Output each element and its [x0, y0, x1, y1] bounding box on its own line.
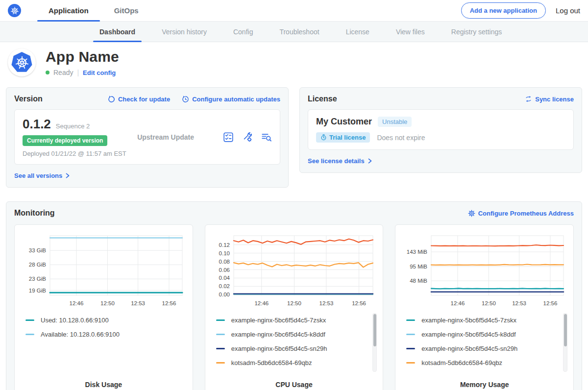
tab-view-files[interactable]: View files: [383, 22, 438, 42]
legend-dash-icon: [25, 319, 34, 321]
config-wrench-icon[interactable]: [242, 132, 253, 143]
configure-prometheus-label: Configure Prometheus Address: [478, 210, 574, 217]
legend-dash-icon: [406, 319, 415, 321]
configure-automatic-updates-label: Configure automatic updates: [192, 96, 280, 103]
customer-name: My Customer: [316, 117, 372, 127]
legend-dash-icon: [25, 334, 34, 335]
cpu-usage-chart: 0.120.100.080.060.040.020.0012:4612:5012…: [210, 232, 378, 309]
svg-text:12:56: 12:56: [162, 300, 176, 306]
legend-item: example-nginx-5bc6f5d4c5-k8ddf: [406, 327, 568, 341]
legend-item: example-nginx-5bc6f5d4c5-k8ddf: [216, 327, 378, 341]
configure-automatic-updates-link[interactable]: Configure automatic updates: [182, 96, 280, 103]
legend-label: example-nginx-5bc6f5d4c5-7zskx: [421, 317, 516, 324]
legend-dash-icon: [216, 348, 225, 349]
svg-text:0.12: 0.12: [219, 242, 230, 248]
legend-dash-icon: [406, 348, 415, 349]
license-card-title: License: [308, 95, 337, 103]
legend-scrollbar-track[interactable]: [372, 313, 377, 372]
svg-text:0.06: 0.06: [219, 267, 230, 273]
tab-label: License: [346, 28, 369, 36]
svg-text:12:56: 12:56: [352, 300, 366, 306]
legend-item: example-nginx-5bc6f5d4c5-7zskx: [216, 313, 378, 327]
legend-label: example-nginx-5bc6f5d4c5-sn29h: [231, 345, 327, 352]
chevron-right-icon: [368, 158, 372, 164]
check-for-update-link[interactable]: Check for update: [108, 96, 170, 103]
version-card-title: Version: [14, 95, 43, 103]
tab-license[interactable]: License: [333, 22, 383, 42]
legend-label: example-nginx-5bc6f5d4c5-k8ddf: [421, 331, 515, 338]
tab-config[interactable]: Config: [220, 22, 266, 42]
monitoring-title: Monitoring: [14, 209, 55, 218]
divider: |: [77, 69, 79, 76]
legend-item: kotsadm-5db6dc6584-69qbz: [406, 356, 568, 370]
legend-scrollbar-thumb[interactable]: [564, 314, 567, 346]
license-card: License Sync license My Customer Unstabl…: [299, 87, 582, 173]
topnav-tab-label: GitOps: [114, 6, 139, 15]
line-chart-svg: 143 MiB95 MiB48 MiB12:4612:5012:5312:56: [403, 232, 566, 309]
see-license-details-label: See license details: [308, 157, 365, 165]
license-expiry: Does not expire: [377, 134, 425, 142]
legend-scrollbar-thumb[interactable]: [373, 314, 376, 346]
svg-text:95 MiB: 95 MiB: [410, 264, 427, 269]
legend-label: Used: 10.128.0.66:9100: [41, 317, 109, 324]
tab-label: Dashboard: [99, 28, 135, 36]
see-all-versions-label: See all versions: [14, 172, 62, 179]
svg-text:0.10: 0.10: [219, 250, 230, 256]
sync-icon: [525, 96, 532, 102]
edit-config-link[interactable]: Edit config: [83, 69, 116, 76]
chart-title: Memory Usage: [400, 381, 568, 389]
sync-license-label: Sync license: [535, 96, 574, 103]
legend-label: Available: 10.128.0.66:9100: [41, 331, 120, 338]
add-application-button[interactable]: Add a new application: [461, 2, 546, 19]
legend-scrollbar-track[interactable]: [563, 313, 567, 372]
update-type-label: Upstream Update: [137, 133, 223, 141]
license-type-label: Trial license: [329, 134, 366, 141]
tab-label: Version history: [162, 28, 207, 36]
tab-label: Config: [233, 28, 253, 36]
see-license-details-link[interactable]: See license details: [308, 157, 372, 165]
chart-panel-memory-usage: 143 MiB95 MiB48 MiB12:4612:5012:5312:56 …: [395, 224, 574, 390]
version-card: Version Check for update: [6, 87, 289, 188]
kubernetes-heptagon-icon: [11, 51, 33, 73]
svg-text:12:50: 12:50: [482, 300, 496, 306]
legend-label: example-nginx-5bc6f5d4c5-k8ddf: [231, 331, 325, 338]
tab-registry-settings[interactable]: Registry settings: [438, 22, 515, 42]
chevron-right-icon: [65, 172, 70, 179]
logout-button[interactable]: Log out: [556, 6, 580, 15]
legend-label: kotsadm-5db6dc6584-69qbz: [421, 359, 502, 366]
current-version-panel: 0.1.2 Sequence 2 Currently deployed vers…: [14, 109, 280, 165]
tab-troubleshoot[interactable]: Troubleshoot: [266, 22, 332, 42]
topnav-tab-label: Application: [49, 6, 89, 15]
license-type-badge: Trial license: [316, 132, 370, 143]
legend-item: example-nginx-5bc6f5d4c5-sn29h: [406, 341, 568, 356]
svg-text:0.00: 0.00: [219, 292, 230, 297]
svg-text:0.04: 0.04: [219, 275, 230, 281]
chart-panel-cpu-usage: 0.120.100.080.060.040.020.0012:4612:5012…: [205, 224, 384, 390]
chart-legend: example-nginx-5bc6f5d4c5-7zskxexample-ng…: [210, 313, 378, 375]
topnav-tab-application[interactable]: Application: [36, 0, 101, 21]
chart-legend: example-nginx-5bc6f5d4c5-7zskxexample-ng…: [400, 313, 568, 375]
check-for-update-label: Check for update: [118, 96, 170, 103]
legend-label: example-nginx-5bc6f5d4c5-sn29h: [421, 345, 517, 352]
app-logo[interactable]: [8, 0, 21, 21]
legend-dash-icon: [406, 362, 415, 364]
svg-text:12:56: 12:56: [543, 300, 557, 306]
app-header: App Name Ready | Edit config: [0, 42, 588, 82]
legend-dash-icon: [216, 319, 225, 321]
configure-prometheus-link[interactable]: Configure Prometheus Address: [468, 210, 574, 217]
chart-legend: Used: 10.128.0.66:9100Available: 10.128.…: [20, 313, 188, 375]
topnav-tab-gitops[interactable]: GitOps: [101, 0, 151, 21]
legend-item: example-nginx-5bc6f5d4c5-7zskx: [406, 313, 568, 327]
diff-logs-search-icon[interactable]: [261, 132, 272, 143]
memory-usage-chart: 143 MiB95 MiB48 MiB12:4612:5012:5312:56: [400, 232, 568, 309]
preflight-checks-icon[interactable]: [223, 132, 234, 143]
legend-item: Available: 10.128.0.66:9100: [25, 327, 188, 341]
svg-text:19 GiB: 19 GiB: [29, 288, 46, 293]
legend-item: Used: 10.128.0.66:9100: [25, 313, 188, 327]
svg-text:12:53: 12:53: [131, 300, 146, 306]
sync-license-link[interactable]: Sync license: [525, 96, 574, 103]
tab-dashboard[interactable]: Dashboard: [86, 22, 148, 42]
legend-dash-icon: [406, 334, 415, 335]
see-all-versions-link[interactable]: See all versions: [14, 172, 70, 179]
tab-version-history[interactable]: Version history: [148, 22, 220, 42]
